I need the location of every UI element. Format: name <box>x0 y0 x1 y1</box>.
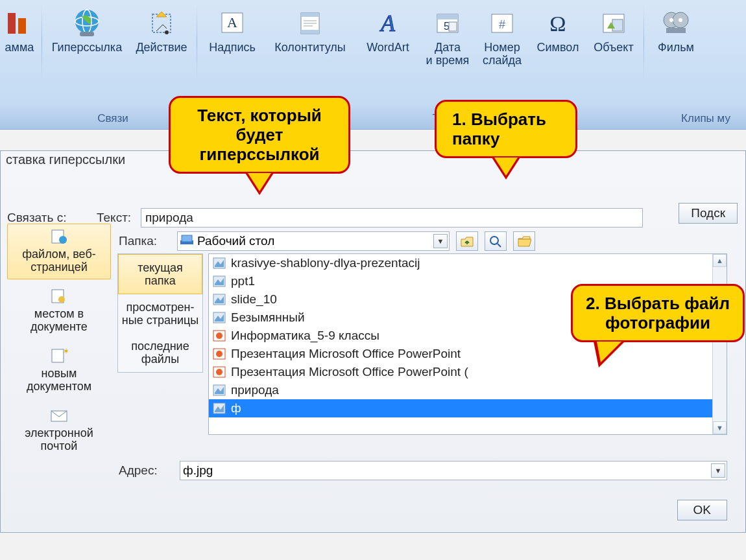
desktop-icon <box>180 234 193 249</box>
file-row[interactable]: природа <box>209 381 727 399</box>
ribbon-item-label: Символ <box>537 41 579 54</box>
svg-text:A: A <box>379 10 396 36</box>
ribbon-separator <box>197 5 197 80</box>
up-folder-icon <box>460 235 474 248</box>
address-label: Адрес: <box>119 463 171 478</box>
img-file-icon <box>213 257 226 269</box>
screen-tip-button[interactable]: Подск <box>679 203 738 224</box>
svg-rect-40 <box>182 235 192 242</box>
text-label: Текст: <box>97 211 136 225</box>
file-row[interactable]: ф <box>209 399 727 417</box>
ribbon: аммаГиперссылкаДействиеAНадписьКолонтиту… <box>0 0 746 130</box>
ribbon-item-label: Надпись <box>209 41 256 54</box>
ribbon-globe[interactable]: Гиперссылка <box>45 1 129 84</box>
svg-text:Ω: Ω <box>549 12 566 36</box>
svg-rect-26 <box>612 19 623 31</box>
link-with-option-2[interactable]: ✶новым документом <box>7 343 111 399</box>
chevron-down-icon[interactable]: ▼ <box>711 463 725 478</box>
ok-button[interactable]: OK <box>677 500 727 520</box>
file-name: природа <box>231 383 279 397</box>
ribbon-item-label: Номерслайда <box>483 41 522 67</box>
ribbon-action[interactable]: Действие <box>129 1 194 84</box>
ribbon-header-footer[interactable]: Колонтитулы <box>265 1 355 84</box>
browse-web-button[interactable] <box>485 231 507 251</box>
text-input[interactable] <box>141 208 643 228</box>
scroll-up-icon[interactable]: ▲ <box>713 254 727 267</box>
file-row[interactable]: krasivye-shablony-dlya-prezentacij <box>209 254 727 272</box>
lookin-label: просмотрен-ные страницы <box>122 301 199 327</box>
folder-value: Рабочий стол <box>197 234 431 248</box>
ppt-file-icon <box>213 366 226 378</box>
link-with-label-text: электронной почтой <box>25 426 93 452</box>
dialog-title: ставка гиперссылки <box>6 152 125 167</box>
file-name: krasivye-shablony-dlya-prezentacij <box>231 256 420 270</box>
search-web-icon <box>488 235 503 248</box>
img-file-icon <box>213 275 226 287</box>
ribbon-slide-number[interactable]: #Номерслайда <box>475 1 529 84</box>
link-with-option-3[interactable]: электронной почтой <box>7 402 111 458</box>
link-with-label-text: файлом, веб-страницей <box>22 248 95 274</box>
folder-row: Папка: Рабочий стол ▼ <box>119 231 586 251</box>
ribbon-item-label: Датаи время <box>426 41 470 67</box>
file-name: slide_10 <box>231 292 277 307</box>
file-row[interactable]: Презентация Microsoft Office PowerPoint <box>209 345 727 363</box>
address-row: Адрес: ф.jpg ▼ <box>119 461 727 480</box>
svg-rect-12 <box>301 13 319 17</box>
ribbon-chart[interactable]: амма <box>0 1 39 84</box>
action-icon <box>147 5 176 41</box>
callout-select-folder: 1. Выбрать папку <box>435 100 577 158</box>
scrollbar[interactable]: ▲ ▼ <box>712 254 727 434</box>
lookin-option-0[interactable]: текущая папка <box>118 254 202 294</box>
globe-icon <box>71 5 103 41</box>
chevron-down-icon[interactable]: ▼ <box>433 234 448 248</box>
folder-label: Папка: <box>119 234 171 248</box>
svg-point-52 <box>216 332 223 339</box>
email-icon <box>50 407 68 424</box>
svg-line-42 <box>498 244 501 247</box>
file-row[interactable]: Презентация Microsoft Office PowerPoint … <box>209 363 727 381</box>
svg-point-41 <box>490 237 498 244</box>
svg-point-29 <box>669 18 673 22</box>
lookin-option-2[interactable]: последние файлы <box>118 333 202 372</box>
ribbon-separator <box>42 5 42 80</box>
link-with-option-0[interactable]: файлом, веб-страницей <box>7 224 111 279</box>
file-list[interactable]: krasivye-shablony-dlya-prezentacijppt1sl… <box>208 253 727 435</box>
folder-combo[interactable]: Рабочий стол ▼ <box>177 231 450 251</box>
img-file-icon <box>213 294 226 305</box>
date-icon: 5 <box>435 5 461 41</box>
img-file-icon <box>213 312 226 323</box>
ribbon-item-label: Фильм <box>658 41 694 54</box>
link-with-label: Связать с: <box>7 211 91 225</box>
img-file-icon <box>213 402 226 414</box>
place-doc-icon <box>50 288 68 305</box>
link-with-label-text: новым документом <box>27 367 91 393</box>
svg-point-56 <box>216 369 223 375</box>
scroll-down-icon[interactable]: ▼ <box>713 421 727 434</box>
ribbon-textbox[interactable]: AНадпись <box>200 1 265 84</box>
up-folder-button[interactable] <box>456 231 478 251</box>
file-name: Безымянный <box>231 310 305 325</box>
ribbon-wordart[interactable]: AWordArt <box>355 1 420 84</box>
ribbon-date[interactable]: 5Датаи время <box>420 1 475 84</box>
address-combo[interactable]: ф.jpg ▼ <box>180 461 727 480</box>
chart-icon <box>5 5 34 41</box>
ribbon-item-label: Объект <box>594 41 633 54</box>
browse-file-button[interactable] <box>513 231 535 251</box>
file-web-icon <box>50 228 68 245</box>
look-in-sidebar: текущая папкапросмотрен-ные страницыпосл… <box>117 253 203 373</box>
svg-point-33 <box>59 236 67 244</box>
lookin-option-1[interactable]: просмотрен-ные страницы <box>118 294 202 333</box>
svg-point-30 <box>679 18 682 22</box>
svg-text:✶: ✶ <box>63 347 68 356</box>
ribbon-item-label: WordArt <box>367 41 409 54</box>
ribbon-symbol[interactable]: ΩСимвол <box>529 1 586 84</box>
svg-rect-19 <box>437 14 458 19</box>
link-with-option-1[interactable]: местом в документе <box>7 283 111 339</box>
file-name: ф <box>231 401 241 415</box>
ribbon-object[interactable]: Объект <box>586 1 641 84</box>
ribbon-film[interactable]: Фильм <box>647 1 705 84</box>
link-with-label-text: местом в документе <box>30 307 88 333</box>
svg-rect-31 <box>666 28 686 33</box>
lookin-label: последние файлы <box>131 340 189 366</box>
address-value: ф.jpg <box>183 463 708 478</box>
